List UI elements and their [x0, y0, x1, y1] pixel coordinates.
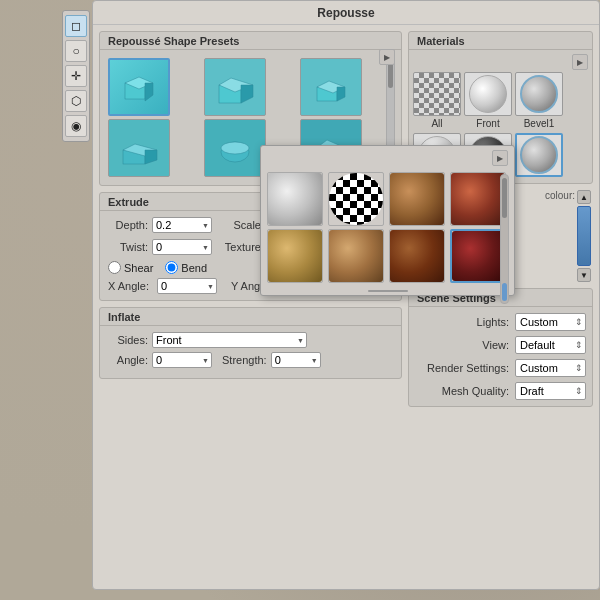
materials-next-btn[interactable]: ▶: [572, 54, 588, 70]
angle-select-wrapper: 0: [152, 352, 212, 368]
strength-label: Strength:: [222, 354, 267, 366]
bend-radio[interactable]: [165, 261, 178, 274]
inflate-header: Inflate: [100, 308, 401, 326]
x-angle-select[interactable]: 0 15 30 45: [157, 278, 217, 294]
scene-settings-section: Scene Settings Lights: Custom Default Ni…: [408, 288, 593, 407]
preset-item-2[interactable]: [204, 58, 266, 116]
twist-select[interactable]: 0 45 90: [152, 239, 212, 255]
lights-select-wrapper: Custom Default Night: [515, 313, 586, 331]
preset-item-4[interactable]: [108, 119, 170, 177]
material-front-label: Front: [476, 118, 499, 129]
lights-select[interactable]: Custom Default Night: [515, 313, 586, 331]
render-select-wrapper: Custom Default Fast: [515, 359, 586, 377]
popup-item-deep-red[interactable]: [450, 229, 506, 283]
svg-marker-6: [241, 85, 253, 103]
material-all-label: All: [431, 118, 442, 129]
strength-select[interactable]: 0: [271, 352, 321, 368]
color-up-btn[interactable]: ▲: [577, 190, 591, 204]
preset-item-1[interactable]: [108, 58, 170, 116]
depth-label: Depth:: [108, 219, 148, 231]
inflate-section: Inflate Sides: Front Back Both Sides: [99, 307, 402, 379]
view-select[interactable]: Default Top Front: [515, 336, 586, 354]
twist-label: Twist:: [108, 241, 148, 253]
sides-select[interactable]: Front Back Both Sides: [152, 332, 307, 348]
toolbar-transform-btn[interactable]: ✛: [65, 65, 87, 87]
preset-item-3[interactable]: [300, 58, 362, 116]
material-bevel1-label: Bevel1: [524, 118, 555, 129]
popup-nav-btn[interactable]: ▶: [492, 150, 508, 166]
sides-select-wrapper: Front Back Both Sides: [152, 332, 307, 348]
popup-resize-handle[interactable]: [368, 290, 408, 292]
popup-item-tan[interactable]: [267, 229, 323, 283]
material-front: Front: [464, 72, 512, 129]
popup-item-rough-brown[interactable]: [389, 172, 445, 226]
texture-label: Texture:: [224, 241, 264, 253]
strength-select-wrapper: 0: [271, 352, 321, 368]
material-bevel1-tile[interactable]: [515, 72, 563, 116]
popup-materials-grid: [261, 166, 514, 289]
material-all-tile[interactable]: [413, 72, 461, 116]
materials-header: Materials: [409, 32, 592, 50]
render-label: Render Settings:: [415, 362, 515, 374]
mesh-select[interactable]: Draft Low Medium High: [515, 382, 586, 400]
toolbar-circle-btn[interactable]: ○: [65, 40, 87, 62]
material-bevel1: Bevel1: [515, 72, 563, 129]
shear-radio[interactable]: [108, 261, 121, 274]
bend-label: Bend: [181, 262, 207, 274]
svg-point-14: [221, 142, 249, 154]
svg-marker-3: [145, 83, 153, 101]
x-angle-label: X Angle:: [108, 280, 149, 292]
render-select[interactable]: Custom Default Fast: [515, 359, 586, 377]
material-all: All: [413, 72, 461, 129]
view-select-wrapper: Default Top Front: [515, 336, 586, 354]
angle-label: Angle:: [108, 354, 148, 366]
popup-item-checker[interactable]: [328, 172, 384, 226]
left-toolbar: ◻ ○ ✛ ⬡ ◉: [62, 10, 90, 142]
twist-select-wrapper: 0 45 90: [152, 239, 212, 255]
mesh-select-wrapper: Draft Low Medium High: [515, 382, 586, 400]
svg-marker-12: [145, 150, 157, 164]
lights-label: Lights:: [415, 316, 515, 328]
view-label: View:: [415, 339, 515, 351]
toolbar-3d-btn[interactable]: ◉: [65, 115, 87, 137]
angle-select[interactable]: 0: [152, 352, 212, 368]
toolbar-select-btn[interactable]: ◻: [65, 15, 87, 37]
scale-label: Scale:: [224, 219, 264, 231]
material-item6-tile[interactable]: [515, 133, 563, 177]
x-angle-wrapper: 0 15 30 45: [157, 278, 217, 294]
popup-item-dark-brown[interactable]: [389, 229, 445, 283]
depth-select-wrapper: 0.2 0.1 0.5 1.0: [152, 217, 212, 233]
shear-radio-item[interactable]: Shear: [108, 261, 153, 274]
sides-label: Sides:: [108, 334, 148, 346]
preset-item-5[interactable]: [204, 119, 266, 177]
toolbar-extrude-btn[interactable]: ⬡: [65, 90, 87, 112]
depth-select[interactable]: 0.2 0.1 0.5 1.0: [152, 217, 212, 233]
material-item6: [515, 133, 563, 179]
shear-label: Shear: [124, 262, 153, 274]
presets-header: Repoussé Shape Presets: [100, 32, 401, 50]
popup-item-grey[interactable]: [267, 172, 323, 226]
svg-marker-9: [337, 87, 345, 101]
popup-item-rust[interactable]: [450, 172, 506, 226]
panel-title: Repousse: [93, 1, 599, 25]
bend-radio-item[interactable]: Bend: [165, 261, 207, 274]
material-front-tile[interactable]: [464, 72, 512, 116]
popup-item-light-brown[interactable]: [328, 229, 384, 283]
presets-next-btn[interactable]: ▶: [379, 49, 395, 65]
color-scroll-btn[interactable]: [577, 206, 591, 266]
mesh-label: Mesh Quality:: [415, 385, 515, 397]
materials-popup: ▶: [260, 145, 515, 296]
color-down-btn[interactable]: ▼: [577, 268, 591, 282]
